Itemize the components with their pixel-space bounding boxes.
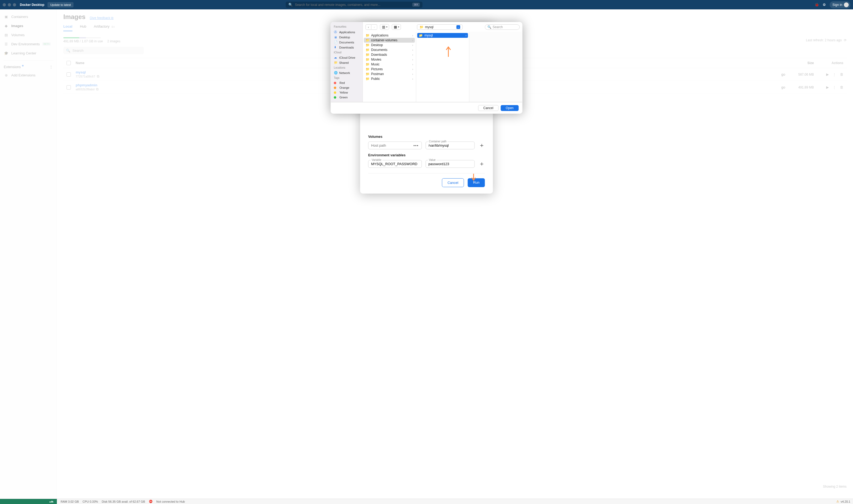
sidebar-downloads[interactable]: ⬇Downloads [331,45,363,50]
view-columns-button[interactable]: ▥ ▾ [380,24,389,30]
view-grid-button[interactable]: ▦ ▾ [392,24,401,30]
app-title: Docker Desktop [20,3,44,7]
tag-yellow[interactable]: Yellow [331,90,363,95]
chevron-right-icon: › [412,53,413,56]
tag-red[interactable]: Red [331,80,363,85]
ram-status: RAM 3.02 GB [60,500,79,503]
folder-icon: 📁 [366,62,370,66]
folder-label: mysql [424,34,433,37]
env-value-input[interactable] [428,162,472,166]
engine-status[interactable] [0,499,57,504]
folder-item[interactable]: 📁Documents› [363,48,416,52]
container-path-field[interactable]: Container path [425,142,475,149]
global-search-input[interactable] [295,3,412,7]
sidebar-applications[interactable]: ⒶApplications [331,29,363,35]
path-selector[interactable]: 📁 mysql ⌄ [417,24,463,30]
tag-green[interactable]: Green [331,95,363,100]
sidebar-documents[interactable]: 📄Documents [331,40,363,45]
chevron-right-icon: › [412,34,413,37]
env-variable-input[interactable] [371,162,419,166]
global-search[interactable]: 🔍 ⌘K [286,2,423,8]
dropdown-icon[interactable]: ⌄ [457,25,460,29]
bug-icon[interactable]: 🐞 [815,3,819,7]
tag-dot-icon [334,91,336,94]
folder-item[interactable]: 📁Pictures› [363,67,416,72]
folder-icon: 📁 [366,43,370,47]
finder-column-3 [469,32,522,102]
folder-label: Documents [371,48,388,52]
tag-label: Green [340,96,348,99]
chevron-right-icon: › [412,68,413,71]
documents-icon: 📄 [334,40,338,44]
icloud-heading: iCloud [331,50,363,55]
folder-item[interactable]: 📁mysql› [417,33,468,38]
env-section-title: Environment variables [368,153,485,157]
sidebar-network[interactable]: 🌐Network [331,70,363,75]
sidebar-label: Applications [339,31,355,34]
titlebar: Docker Desktop Update to latest 🔍 ⌘K 🐞 ⚙… [0,0,853,10]
locations-heading: Locations [331,65,363,70]
tag-orange[interactable]: Orange [331,85,363,90]
shared-icon: 📁 [334,61,338,64]
add-volume-button[interactable]: ＋ [479,141,485,149]
folder-item[interactable]: 📁Music› [363,62,416,67]
disk-status: Disk 56.35 GB avail. of 62.67 GB [102,500,145,503]
nav-forward-button[interactable]: › [372,24,377,30]
minimize-window-icon[interactable] [8,3,11,6]
sidebar-label: Network [339,71,350,74]
desktop-icon: 🖥 [334,36,338,39]
folder-item[interactable]: 📁Applications› [363,33,416,38]
maximize-window-icon[interactable] [13,3,16,6]
finder-cancel-button[interactable]: Cancel [478,105,498,111]
sign-in-button[interactable]: Sign in [830,1,850,8]
finder-column-1: 📁Applications›📁container-volumes›📁Deskto… [363,32,416,102]
modal-cancel-button[interactable]: Cancel [442,178,464,187]
network-icon: 🌐 [334,71,338,74]
folder-label: Pictures [371,67,383,71]
search-icon: 🔍 [487,25,492,29]
whale-icon [49,500,54,503]
sidebar-label: Desktop [339,36,350,39]
favourites-heading: Favourites [331,24,363,29]
cpu-status: CPU 0.33% [83,500,98,503]
add-env-button[interactable]: ＋ [479,160,485,168]
settings-icon[interactable]: ⚙ [823,3,826,7]
grid-icon: ▦ [394,25,397,29]
host-path-input[interactable] [371,143,405,147]
container-path-input[interactable] [428,143,472,147]
warning-icon[interactable]: ⚠ [836,500,839,503]
file-picker-dialog: Favourites ⒶApplications 🖥Desktop 📄Docum… [331,22,522,114]
tag-dot-icon [334,82,336,84]
finder-column-2: 📁mysql› [416,32,469,102]
finder-toolbar: ‹ › ▥ ▾ ▦ ▾ 📁 mysql ⌄ 🔍 [363,22,522,32]
finder-open-button[interactable]: Open [500,105,518,111]
tags-heading: Tags [331,75,363,80]
close-window-icon[interactable] [3,3,6,6]
columns-icon: ▥ [382,25,385,29]
avatar-icon [844,2,849,7]
tag-dot-icon [334,96,336,98]
window-controls[interactable] [3,3,16,6]
folder-item[interactable]: 📁Desktop› [363,43,416,48]
folder-icon: 📁 [366,48,370,52]
folder-label: Public [371,77,380,81]
status-bar: RAM 3.02 GB CPU 0.33% Disk 56.35 GB avai… [0,499,853,504]
nav-back-button[interactable]: ‹ [366,24,372,30]
browse-icon[interactable]: ••• [413,143,419,147]
folder-item[interactable]: 📁Postman› [363,72,416,76]
finder-search[interactable]: 🔍 Search [485,24,520,30]
folder-item[interactable]: 📁Downloads› [363,52,416,57]
chevron-down-icon: ▾ [386,26,387,28]
env-value-field[interactable]: Value [425,160,475,168]
env-variable-field[interactable]: Variable [368,160,422,168]
host-path-field[interactable]: ••• [368,142,422,149]
sidebar-icloud-drive[interactable]: ☁iCloud Drive [331,55,363,60]
folder-item[interactable]: 📁Public› [363,76,416,81]
volumes-section-title: Volumes [368,134,485,139]
update-button[interactable]: Update to latest [48,2,73,7]
folder-item[interactable]: 📁Movies› [363,57,416,62]
search-shortcut: ⌘K [412,3,420,7]
sidebar-desktop[interactable]: 🖥Desktop [331,35,363,40]
sidebar-shared[interactable]: 📁Shared [331,60,363,65]
folder-item[interactable]: 📁container-volumes› [364,38,415,43]
